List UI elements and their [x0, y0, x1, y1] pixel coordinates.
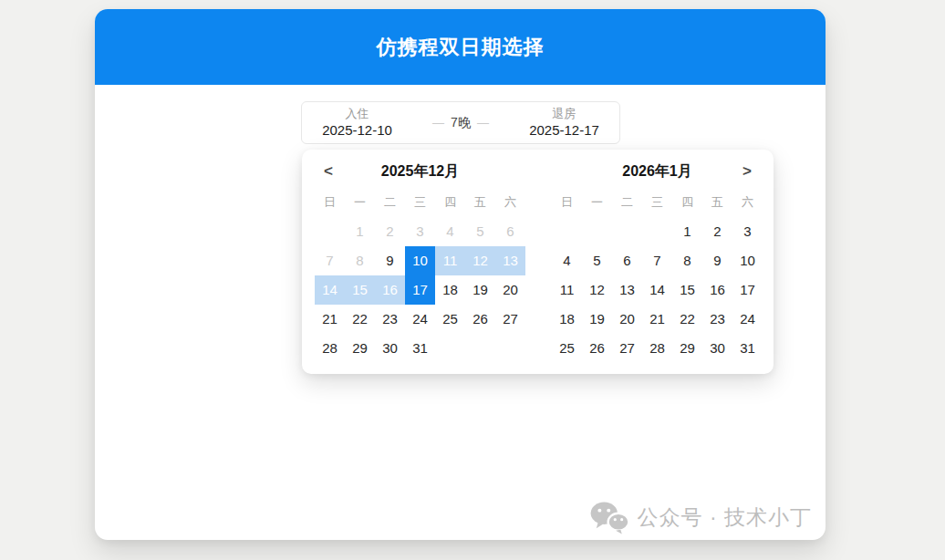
day-cell[interactable]: 14: [642, 275, 672, 305]
day-cell: 1: [345, 217, 375, 246]
watermark-text: 公众号 · 技术小丁: [638, 503, 812, 532]
dates-grid: 1234567891011121314151617181920212223242…: [315, 217, 525, 363]
day-cell[interactable]: 31: [405, 334, 435, 363]
day-cell[interactable]: 22: [345, 305, 375, 334]
weekday-label: 三: [405, 193, 435, 217]
checkin-field[interactable]: 入住 2025-12-10: [302, 107, 412, 139]
day-cell[interactable]: 16: [375, 275, 405, 305]
day-cell[interactable]: 14: [315, 275, 345, 305]
page-title: 仿携程双日期选择: [377, 34, 545, 61]
checkin-value: 2025-12-10: [302, 122, 412, 139]
day-cell: 2: [375, 217, 405, 246]
day-cell[interactable]: 26: [465, 305, 495, 334]
day-cell[interactable]: 30: [702, 334, 732, 363]
day-cell[interactable]: 1: [672, 217, 702, 246]
day-cell[interactable]: 24: [732, 305, 763, 334]
day-cell[interactable]: 11: [552, 275, 582, 305]
nights-indicator: — 7晚 —: [412, 115, 509, 131]
day-cell[interactable]: 27: [495, 305, 525, 334]
day-cell[interactable]: 10: [732, 246, 763, 275]
day-cell[interactable]: 15: [345, 275, 375, 305]
day-cell[interactable]: 28: [642, 334, 672, 363]
day-cell[interactable]: 23: [375, 305, 405, 334]
calendar-popup: < > 2025年12月 日一二三四五六 1234567891011121314…: [302, 150, 774, 374]
day-cell[interactable]: 2: [702, 217, 732, 246]
wechat-icon: [589, 501, 629, 534]
day-cell[interactable]: 3: [732, 217, 763, 246]
month-title: 2026年1月: [552, 150, 763, 193]
day-cell[interactable]: 18: [552, 305, 582, 334]
day-cell: 5: [465, 217, 495, 246]
day-cell[interactable]: 21: [642, 305, 672, 334]
day-cell[interactable]: 6: [612, 246, 642, 275]
day-cell[interactable]: 22: [672, 305, 702, 334]
weekday-label: 二: [375, 193, 405, 217]
day-cell[interactable]: 4: [552, 246, 582, 275]
weekday-label: 日: [552, 193, 582, 217]
watermark: 公众号 · 技术小丁: [589, 501, 812, 534]
day-cell[interactable]: 19: [465, 275, 495, 305]
day-cell: 3: [405, 217, 435, 246]
dash-left: —: [432, 116, 444, 130]
day-cell: 4: [435, 217, 465, 246]
day-cell[interactable]: 26: [582, 334, 612, 363]
day-cell[interactable]: 16: [702, 275, 732, 305]
weekday-label: 五: [702, 193, 732, 217]
weekday-label: 六: [495, 193, 525, 217]
day-cell[interactable]: 12: [582, 275, 612, 305]
month-panel-january: 2026年1月 日一二三四五六 123456789101112131415161…: [552, 150, 763, 363]
month-panel-december: 2025年12月 日一二三四五六 12345678910111213141516…: [315, 150, 525, 363]
empty-cell: [552, 217, 582, 246]
day-cell: 8: [345, 246, 375, 275]
day-cell[interactable]: 20: [612, 305, 642, 334]
day-cell[interactable]: 13: [495, 246, 525, 275]
day-cell[interactable]: 30: [375, 334, 405, 363]
day-cell[interactable]: 18: [435, 275, 465, 305]
day-cell[interactable]: 23: [702, 305, 732, 334]
nights-count: 7晚: [451, 115, 471, 131]
empty-cell: [612, 217, 642, 246]
day-cell[interactable]: 11: [435, 246, 465, 275]
day-cell[interactable]: 13: [612, 275, 642, 305]
card-header: 仿携程双日期选择: [95, 9, 826, 85]
day-cell[interactable]: 9: [702, 246, 732, 275]
day-cell[interactable]: 21: [315, 305, 345, 334]
weekday-label: 三: [642, 193, 672, 217]
weekday-label: 四: [672, 193, 702, 217]
day-cell[interactable]: 12: [465, 246, 495, 275]
weekday-label: 一: [582, 193, 612, 217]
day-cell[interactable]: 24: [405, 305, 435, 334]
day-cell[interactable]: 29: [345, 334, 375, 363]
day-cell: 6: [495, 217, 525, 246]
day-cell[interactable]: 5: [582, 246, 612, 275]
dash-right: —: [477, 116, 489, 130]
empty-cell: [582, 217, 612, 246]
day-cell[interactable]: 8: [672, 246, 702, 275]
checkout-value: 2025-12-17: [509, 122, 619, 139]
day-cell[interactable]: 20: [495, 275, 525, 305]
day-cell[interactable]: 17: [732, 275, 763, 305]
day-cell[interactable]: 31: [732, 334, 763, 363]
day-cell[interactable]: 7: [642, 246, 672, 275]
weekday-header-row: 日一二三四五六: [552, 193, 763, 217]
day-cell[interactable]: 15: [672, 275, 702, 305]
checkout-label: 退房: [509, 107, 619, 120]
checkin-label: 入住: [302, 107, 412, 120]
weekday-header-row: 日一二三四五六: [315, 193, 525, 217]
day-cell[interactable]: 19: [582, 305, 612, 334]
day-cell-checkout[interactable]: 17: [405, 275, 435, 305]
day-cell[interactable]: 9: [375, 246, 405, 275]
date-range-input[interactable]: 入住 2025-12-10 — 7晚 — 退房 2025-12-17: [301, 101, 620, 144]
day-cell-checkin[interactable]: 10: [405, 246, 435, 275]
demo-card: 仿携程双日期选择 入住 2025-12-10 — 7晚 — 退房 2025-12…: [95, 9, 826, 540]
day-cell[interactable]: 29: [672, 334, 702, 363]
day-cell[interactable]: 25: [552, 334, 582, 363]
day-cell[interactable]: 25: [435, 305, 465, 334]
weekday-label: 六: [732, 193, 763, 217]
day-cell[interactable]: 27: [612, 334, 642, 363]
checkout-field[interactable]: 退房 2025-12-17: [509, 107, 619, 139]
weekday-label: 二: [612, 193, 642, 217]
weekday-label: 一: [345, 193, 375, 217]
month-title: 2025年12月: [315, 150, 525, 193]
day-cell[interactable]: 28: [315, 334, 345, 363]
